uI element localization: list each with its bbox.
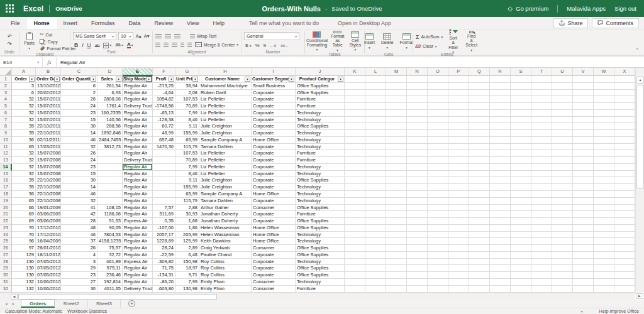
- clear-button[interactable]: Clear▾: [416, 43, 443, 50]
- cell-X9[interactable]: [614, 130, 635, 137]
- cell-B23[interactable]: 17/12/2010: [36, 225, 61, 232]
- cell-E5[interactable]: Delivery Truck: [123, 103, 153, 110]
- cell-K12[interactable]: [345, 150, 365, 157]
- cell-A15[interactable]: 32: [12, 171, 36, 178]
- cell-I13[interactable]: Corporate: [252, 157, 296, 164]
- cell-J16[interactable]: Office Supplies: [296, 177, 345, 184]
- cell-L28[interactable]: [365, 259, 386, 266]
- cell-L15[interactable]: [365, 171, 386, 178]
- cell-S24[interactable]: [511, 232, 531, 239]
- cell-O15[interactable]: [428, 171, 448, 178]
- cell-N15[interactable]: [407, 171, 428, 178]
- cell-A8[interactable]: 35: [12, 123, 36, 130]
- cell-U8[interactable]: [552, 123, 573, 130]
- cell-S32[interactable]: [511, 286, 531, 293]
- cell-K7[interactable]: [345, 117, 365, 124]
- row-header-30[interactable]: 30: [0, 272, 12, 279]
- cell-I25[interactable]: Home Office: [252, 238, 296, 245]
- cell-H32[interactable]: Emily Phan: [199, 286, 252, 293]
- cell-I32[interactable]: Consumer: [252, 286, 296, 293]
- menu-tab-review[interactable]: Review: [148, 17, 180, 30]
- cell-S10[interactable]: [511, 137, 531, 144]
- cell-S12[interactable]: [511, 150, 531, 157]
- cell-C15[interactable]: 15: [61, 171, 97, 178]
- cell-O5[interactable]: [428, 103, 448, 110]
- cell-R16[interactable]: [490, 177, 511, 184]
- cell-V3[interactable]: [573, 90, 594, 97]
- cell-C20[interactable]: 41: [61, 205, 97, 212]
- cell-T13[interactable]: [531, 157, 552, 164]
- cell-M2[interactable]: [386, 83, 407, 90]
- cell-G31[interactable]: 7,99: [175, 279, 199, 286]
- cell-D27[interactable]: 32,72: [97, 252, 123, 259]
- cell-P31[interactable]: [448, 279, 469, 286]
- menu-tab-home[interactable]: Home: [27, 17, 57, 30]
- cell-V17[interactable]: [573, 184, 594, 191]
- add-sheet-button[interactable]: +: [128, 300, 135, 307]
- cell-T28[interactable]: [531, 259, 552, 266]
- cell-J17[interactable]: Technology: [296, 184, 345, 191]
- cell-I7[interactable]: Corporate: [252, 117, 296, 124]
- cell-U15[interactable]: [552, 171, 573, 178]
- cell-W8[interactable]: [594, 123, 614, 130]
- cell-Q19[interactable]: [469, 198, 490, 205]
- cell-A3[interactable]: 6: [12, 90, 36, 97]
- cell-F12[interactable]: [153, 150, 175, 157]
- cell-E1[interactable]: Ship Mode▾: [123, 76, 153, 83]
- cell-K8[interactable]: [345, 123, 365, 130]
- cell-T16[interactable]: [531, 177, 552, 184]
- cell-U22[interactable]: [552, 218, 573, 225]
- cell-O19[interactable]: [428, 198, 448, 205]
- cell-N31[interactable]: [407, 279, 428, 286]
- cell-K5[interactable]: [345, 103, 365, 110]
- cell-I31[interactable]: Consumer: [252, 279, 296, 286]
- cell-U13[interactable]: [552, 157, 573, 164]
- cell-B4[interactable]: 15/07/2011: [36, 96, 61, 103]
- cell-N30[interactable]: [407, 272, 428, 279]
- cell-M12[interactable]: [386, 150, 407, 157]
- cell-G20[interactable]: 2,88: [175, 205, 199, 212]
- cell-W13[interactable]: [594, 157, 614, 164]
- cell-E18[interactable]: Regular Air: [123, 191, 153, 198]
- cell-B30[interactable]: 07/05/2012: [36, 272, 61, 279]
- cell-Q3[interactable]: [469, 90, 490, 97]
- fill-color-button[interactable]: ▾: [115, 43, 123, 48]
- cell-V18[interactable]: [573, 191, 594, 198]
- cell-V6[interactable]: [573, 110, 594, 117]
- cell-U29[interactable]: [552, 265, 573, 272]
- cell-L31[interactable]: [365, 279, 386, 286]
- cell-F23[interactable]: -107,00: [153, 225, 175, 232]
- cell-M26[interactable]: [386, 245, 407, 252]
- cell-F17[interactable]: [153, 184, 175, 191]
- row-header-9[interactable]: 9: [0, 130, 12, 137]
- cell-A5[interactable]: 32: [12, 103, 36, 110]
- cell-I18[interactable]: Home Office: [252, 191, 296, 198]
- cell-M24[interactable]: [386, 232, 407, 239]
- cell-U9[interactable]: [552, 130, 573, 137]
- cell-D4[interactable]: 2808,08: [97, 96, 123, 103]
- cell-U5[interactable]: [552, 103, 573, 110]
- cell-H25[interactable]: Keith Dawkins: [199, 238, 252, 245]
- shrink-font-button[interactable]: A▾: [143, 33, 150, 39]
- cell-S14[interactable]: [511, 164, 531, 171]
- cell-D19[interactable]: [97, 198, 123, 205]
- cell-K1[interactable]: [345, 76, 365, 83]
- align-middle-button[interactable]: [165, 34, 171, 38]
- cell-G6[interactable]: 7,99: [175, 110, 199, 117]
- cell-J5[interactable]: Furniture: [296, 103, 345, 110]
- cell-Q21[interactable]: [469, 211, 490, 218]
- cell-I3[interactable]: Corporate: [252, 90, 296, 97]
- cell-S5[interactable]: [511, 103, 531, 110]
- cell-F21[interactable]: 511,69: [153, 211, 175, 218]
- cell-X21[interactable]: [614, 211, 635, 218]
- cell-O4[interactable]: [428, 96, 448, 103]
- cell-O26[interactable]: [428, 245, 448, 252]
- cell-N6[interactable]: [407, 110, 428, 117]
- cell-C5[interactable]: 24: [61, 103, 97, 110]
- cell-M20[interactable]: [386, 205, 407, 212]
- cell-R3[interactable]: [490, 90, 511, 97]
- cell-T32[interactable]: [531, 286, 552, 293]
- cell-L1[interactable]: [365, 76, 386, 83]
- cell-F20[interactable]: 7,57: [153, 205, 175, 212]
- cell-G2[interactable]: 38,94: [175, 83, 199, 90]
